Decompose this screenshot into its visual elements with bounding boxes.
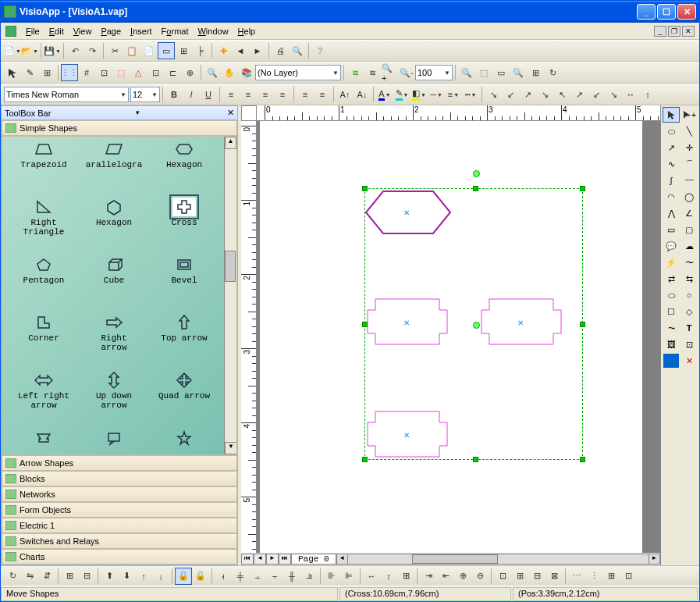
tool-diamond[interactable]: ◇ bbox=[680, 304, 698, 319]
category-switches-and-relays[interactable]: Switches and Relays bbox=[2, 533, 237, 549]
canvas[interactable]: ✕ ✕ ✕ ✕ bbox=[257, 121, 660, 553]
toolbox-header[interactable]: ToolBox Bar ▼ ✕ bbox=[2, 106, 237, 120]
snap-crop-button[interactable]: ⊏ bbox=[164, 64, 181, 81]
forward-button[interactable]: ↑ bbox=[135, 568, 152, 585]
same-h-button[interactable]: ↕ bbox=[380, 568, 397, 585]
shape-callout[interactable] bbox=[79, 429, 149, 455]
category-blocks[interactable]: Blocks bbox=[2, 471, 237, 486]
category-charts[interactable]: Charts bbox=[2, 549, 237, 565]
tool-delete[interactable]: ✕ bbox=[680, 353, 698, 369]
category-simple-shapes[interactable]: Simple Shapes bbox=[2, 120, 237, 136]
misc-1-button[interactable]: ⋯ bbox=[568, 568, 585, 585]
zoom-button[interactable]: 🔍 bbox=[204, 64, 221, 81]
handle-se[interactable] bbox=[580, 457, 585, 462]
snap-center-button[interactable]: ⊡ bbox=[147, 64, 164, 81]
zoom-fit-button[interactable]: 🔍 bbox=[458, 64, 475, 81]
layer-del-button[interactable]: ≋ bbox=[364, 64, 381, 81]
tool-lasso[interactable]: ⬭ bbox=[663, 123, 680, 139]
titlebar[interactable]: VisioApp - [VisioA1.vap] _ ☐ ✕ bbox=[1, 1, 699, 23]
tool-button-1[interactable]: ⊞ bbox=[175, 42, 192, 59]
space-v-button[interactable]: ⇤ bbox=[437, 568, 454, 585]
align-m-button[interactable]: ╫ bbox=[283, 568, 300, 585]
tab-prev-button[interactable]: ◄ bbox=[254, 554, 266, 565]
zoom-in-button[interactable]: 🔍+ bbox=[381, 64, 398, 81]
tool-zigzag[interactable]: ⚡ bbox=[663, 255, 680, 270]
layer-add-button[interactable]: ≋ bbox=[346, 64, 364, 81]
ungroup-button[interactable]: ⊟ bbox=[78, 568, 95, 585]
fill-button[interactable]: ◧▼ bbox=[410, 86, 428, 103]
align-l-button[interactable]: ⫞ bbox=[215, 568, 232, 585]
handle-ne[interactable] bbox=[580, 186, 585, 191]
shape-cross[interactable]: Cross bbox=[149, 198, 219, 254]
tool-image[interactable]: 🖼 bbox=[663, 337, 680, 352]
tool-ellipse[interactable]: ⬭ bbox=[663, 287, 680, 303]
highlight-button[interactable]: ✎▼ bbox=[393, 86, 410, 103]
zoom-out-button[interactable]: 🔍- bbox=[398, 64, 415, 81]
shape-bevel[interactable]: Bevel bbox=[149, 255, 219, 312]
tool-callout[interactable]: 💬 bbox=[663, 238, 680, 254]
space-h-button[interactable]: ⇥ bbox=[420, 568, 437, 585]
tool-color[interactable] bbox=[663, 353, 680, 369]
center-v-button[interactable]: ⊖ bbox=[471, 568, 489, 585]
new-button[interactable]: 📄▼ bbox=[4, 42, 21, 59]
list-button[interactable]: ≡ bbox=[314, 86, 331, 103]
handle-s[interactable] bbox=[473, 457, 478, 462]
shape-rtri[interactable]: Right Triangle bbox=[9, 198, 79, 254]
conn-r-button[interactable]: ↘ bbox=[485, 86, 502, 103]
horizontal-scrollbar[interactable]: ◄ ► bbox=[336, 554, 660, 565]
shape-anvil[interactable] bbox=[9, 429, 79, 455]
font-inc-button[interactable]: A↑ bbox=[336, 86, 354, 103]
open-button[interactable]: 📂▼ bbox=[21, 42, 38, 59]
zoom-sel-button[interactable]: ⬚ bbox=[475, 64, 492, 81]
snap-obj-button[interactable]: ⊡ bbox=[95, 64, 112, 81]
misc-3-button[interactable]: ⊞ bbox=[602, 568, 620, 585]
zoom-prev-button[interactable]: ↻ bbox=[544, 64, 561, 81]
shape-cube[interactable]: Cube bbox=[79, 255, 149, 312]
conn-2-button[interactable]: ↗ bbox=[570, 86, 588, 103]
handle-n[interactable] bbox=[473, 186, 478, 191]
menu-file[interactable]: File bbox=[21, 25, 44, 37]
shape-corner[interactable]: Corner bbox=[9, 313, 79, 369]
handle-e[interactable] bbox=[580, 322, 585, 327]
toolbox-scrollbar[interactable]: ▲ ▼ bbox=[224, 137, 236, 454]
ruler-horizontal[interactable]: 012345 bbox=[257, 105, 660, 121]
minimize-button[interactable]: _ bbox=[637, 4, 656, 20]
shape-star[interactable] bbox=[149, 429, 219, 455]
align-right-button[interactable]: ≡ bbox=[257, 86, 274, 103]
menu-format[interactable]: Format bbox=[157, 25, 194, 37]
line-style-button[interactable]: ─▼ bbox=[428, 86, 445, 103]
shape-rarrow[interactable]: Right arrow bbox=[79, 313, 149, 369]
maximize-button[interactable]: ☐ bbox=[657, 4, 676, 20]
back-button[interactable]: ⬇ bbox=[118, 568, 135, 585]
add-button[interactable]: ✚ bbox=[215, 42, 232, 59]
tab-first-button[interactable]: ⏮ bbox=[241, 554, 254, 565]
zoom-page-button[interactable]: ▭ bbox=[492, 64, 510, 81]
help-button[interactable]: ? bbox=[311, 42, 329, 59]
tool-roundrect[interactable]: ▢ bbox=[680, 222, 698, 237]
edit-points-button[interactable]: ✎ bbox=[21, 64, 38, 81]
font-dec-button[interactable]: A↓ bbox=[354, 86, 371, 103]
font-color-button[interactable]: A▼ bbox=[376, 86, 393, 103]
conn-d-button[interactable]: ↘ bbox=[536, 86, 553, 103]
align-r-button[interactable]: ⫠ bbox=[249, 568, 266, 585]
snap-guide-button[interactable]: # bbox=[78, 64, 95, 81]
menu-view[interactable]: View bbox=[69, 25, 97, 37]
paste-button[interactable]: 📄 bbox=[140, 42, 158, 59]
pointer-button[interactable] bbox=[4, 64, 21, 81]
tool-circle-arc[interactable]: ◠ bbox=[663, 189, 680, 205]
tool-mirror[interactable]: ⇆ bbox=[680, 271, 698, 287]
group-button[interactable]: ⊞ bbox=[61, 568, 78, 585]
tool-pointer[interactable] bbox=[663, 107, 680, 123]
same-wh-button[interactable]: ⊞ bbox=[397, 568, 414, 585]
tool-wave[interactable]: 〜 bbox=[680, 255, 698, 270]
size-1-button[interactable]: ⊡ bbox=[494, 568, 511, 585]
next-button[interactable]: ► bbox=[249, 42, 266, 59]
close-button[interactable]: ✕ bbox=[677, 4, 696, 20]
misc-4-button[interactable]: ⊡ bbox=[620, 568, 637, 585]
tool-flip[interactable]: ⇄ bbox=[663, 271, 680, 287]
tool-curve[interactable]: ∿ bbox=[663, 156, 680, 172]
size-2-button[interactable]: ⊞ bbox=[511, 568, 528, 585]
align-left-button[interactable]: ≡ bbox=[222, 86, 240, 103]
line-weight-button[interactable]: ≡▼ bbox=[445, 86, 462, 103]
align-t-button[interactable]: ⫟ bbox=[266, 568, 283, 585]
